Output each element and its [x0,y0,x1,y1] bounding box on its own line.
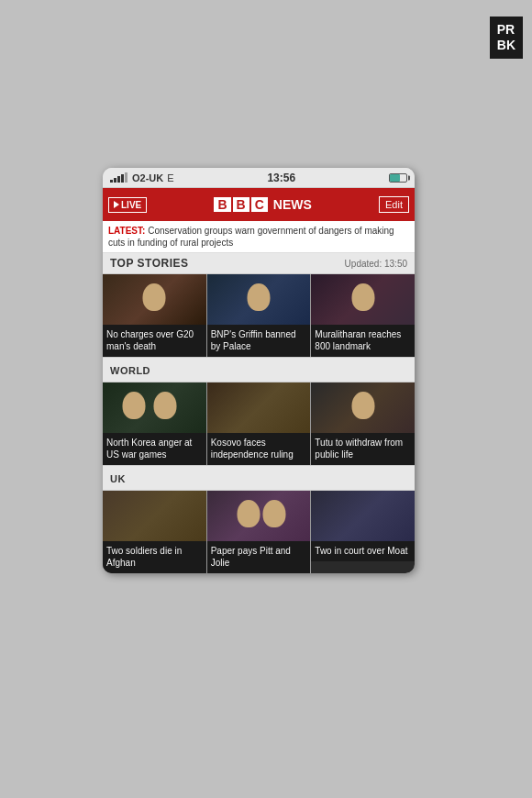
edge-label: E [167,172,173,183]
uk-stories-grid: Two soldiers die in Afghan Paper pays Pi… [103,491,415,573]
story-bnp[interactable]: BNP's Griffin banned by Palace [207,274,311,357]
story-moat-image [311,491,415,541]
story-g20[interactable]: No charges over G20 man's death [103,274,206,357]
uk-section-header: UK [103,465,415,491]
world-title: WORLD [110,365,150,376]
uk-title: UK [110,473,126,484]
updated-text: Updated: 13:50 [345,259,407,269]
world-stories-grid: North Korea anger at US war games Kosovo… [103,382,415,465]
latest-text: Conservation groups warn government of d… [108,226,394,248]
bbc-b2: B [233,197,249,212]
story-tutu[interactable]: Tutu to withdraw from public life [311,382,415,465]
story-kosovo[interactable]: Kosovo faces independence ruling [207,382,311,465]
play-icon [114,201,119,208]
news-label: NEWS [273,197,312,212]
status-bar: O2-UK E 13:56 [103,168,415,188]
story-pitt-caption: Paper pays Pitt and Jolie [207,541,311,573]
story-tutu-caption: Tutu to withdraw from public life [311,433,415,465]
story-nk[interactable]: North Korea anger at US war games [103,382,206,465]
live-button[interactable]: LIVE [108,197,147,213]
battery-icon [389,173,407,183]
story-g20-caption: No charges over G20 man's death [103,325,206,357]
story-nk-caption: North Korea anger at US war games [103,433,206,465]
battery-fill [390,174,400,182]
bbc-b1: B [214,197,230,212]
story-kosovo-image [207,382,311,433]
story-moat-caption: Two in court over Moat [311,541,415,561]
top-stories-header: TOP STORIES Updated: 13:50 [103,253,415,274]
story-bnp-caption: BNP's Griffin banned by Palace [207,325,311,357]
bbc-b3: C [251,197,268,212]
story-soldiers-caption: Two soldiers die in Afghan [103,541,206,573]
story-moat[interactable]: Two in court over Moat [311,491,415,573]
bbc-header: LIVE B B C NEWS Edit [103,188,415,221]
world-section-header: WORLD [103,357,415,382]
story-bnp-image [207,274,311,325]
bbc-logo: B B C NEWS [152,197,373,212]
story-nk-image [103,382,206,433]
story-mural-caption: Muralitharan reaches 800 landmark [311,325,415,357]
top-stories-title: TOP STORIES [110,257,189,270]
status-right [389,173,407,183]
story-mural[interactable]: Muralitharan reaches 800 landmark [311,274,415,357]
phone-container: O2-UK E 13:56 LIVE B B C NEWS Edit LATES… [103,168,415,573]
story-g20-image [103,274,206,325]
watermark: PR BK [490,17,523,59]
signal-bars [110,172,127,183]
story-pitt-image [207,491,311,541]
story-mural-image [311,274,415,325]
time-display: 13:56 [267,172,295,184]
story-pitt[interactable]: Paper pays Pitt and Jolie [207,491,311,573]
story-soldiers-image [103,491,206,541]
edit-button[interactable]: Edit [379,196,409,213]
story-kosovo-caption: Kosovo faces independence ruling [207,433,311,465]
story-soldiers[interactable]: Two soldiers die in Afghan [103,491,206,573]
latest-label: LATEST: [108,226,145,236]
status-left: O2-UK E [110,172,174,183]
latest-bar: LATEST: Conservation groups warn governm… [103,221,415,253]
top-stories-grid: No charges over G20 man's death BNP's Gr… [103,274,415,357]
story-tutu-image [311,382,415,433]
carrier-label: O2-UK [132,172,163,183]
